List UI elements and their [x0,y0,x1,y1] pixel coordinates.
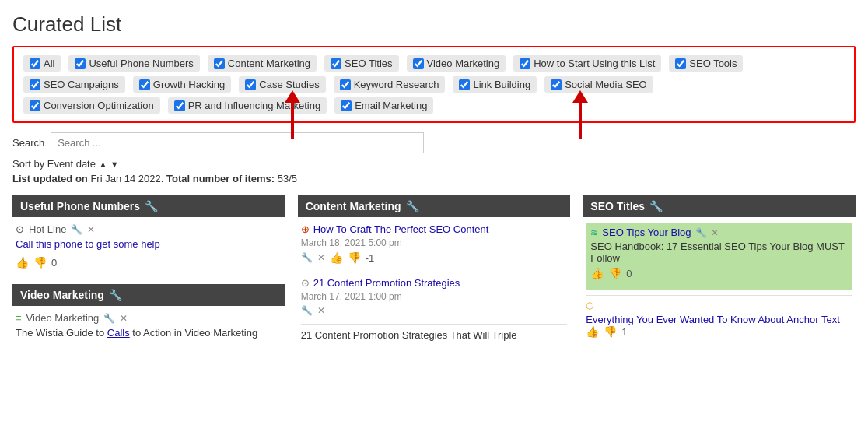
filter-all[interactable]: All [23,55,61,72]
seo-link-2[interactable]: Everything You Ever Wanted To Know About… [586,314,839,325]
content-item-1: ⊕ How To Craft The Perfect SEO Content M… [301,223,568,267]
filter-conversion-optimization-checkbox[interactable] [30,100,40,111]
content-delete-1[interactable]: ✕ [317,252,325,263]
arrow-left [285,90,300,139]
arrow-line-right [579,103,582,139]
hotline-vote-count: 0 [51,257,57,269]
hotline-delete-icon[interactable]: ✕ [87,224,95,235]
content-actions-1: 🔧 ✕ 👍 👎 -1 [301,251,568,267]
filter-seo-titles[interactable]: SEO Titles [324,55,398,72]
video-marketing-body: ≡ Video Marketing 🔧 ✕ The Wistia Guide t… [12,312,285,339]
content-link-2[interactable]: 21 Content Promotion Strategies [313,277,460,289]
seo-link-1[interactable]: SEO Tips Your Blog [602,227,691,238]
filter-how-to-start[interactable]: How to Start Using this List [513,55,661,72]
hotline-edit-icon[interactable]: 🔧 [71,224,82,235]
seo-upvote-2[interactable]: 👍 [586,325,599,338]
filter-seo-campaigns-checkbox[interactable] [30,79,40,90]
filter-social-media-seo[interactable]: Social Media SEO [544,76,653,93]
list-updated-date: Fri Jan 14 2022. [90,173,163,184]
wrench-icon-3[interactable]: 🔧 [649,200,663,212]
seo-item-2-title-row: ⬡ [586,300,852,311]
search-label: Search [12,137,44,149]
filter-seo-tools-checkbox[interactable] [675,58,686,69]
useful-phone-numbers-header: Useful Phone Numbers 🔧 [12,195,285,217]
seo-upvote-1[interactable]: 👍 [590,267,604,279]
filter-pr-influencing-checkbox[interactable] [174,100,185,111]
filter-case-studies[interactable]: Case Studies [239,76,325,93]
content-globe-icon-2: ⊙ [301,277,310,289]
filter-seo-campaigns[interactable]: SEO Campaigns [23,76,125,93]
hotline-downvote-btn[interactable]: 👎 [33,256,47,269]
seo-delete-1[interactable]: ✕ [711,227,719,238]
content-delete-2[interactable]: ✕ [317,305,325,316]
filter-growth-hacking-checkbox[interactable] [139,79,150,90]
video-delete-icon[interactable]: ✕ [120,313,128,324]
arrow-head-left [285,90,300,103]
filter-link-building[interactable]: Link Building [453,76,537,93]
content-upvote-1[interactable]: 👍 [330,251,343,264]
sort-row: Sort by Event date ▲ ▼ [12,158,856,170]
filter-link-building-checkbox[interactable] [459,79,470,90]
content-item-2-title-row: ⊙ 21 Content Promotion Strategies [301,277,568,289]
content-downvote-1[interactable]: 👎 [348,251,361,264]
filter-useful-phone-numbers[interactable]: Useful Phone Numbers [68,55,199,72]
content-date-1: March 18, 2021 5:00 pm [301,237,568,248]
seo-divider-1 [586,295,852,296]
seo-titles-body: ≋ SEO Tips Your Blog 🔧 ✕ SEO Handbook: 1… [583,223,856,341]
wrench-icon-video[interactable]: 🔧 [109,289,122,301]
filter-all-checkbox[interactable] [30,58,40,69]
filter-pr-influencing[interactable]: PR and Influencing Marketing [168,97,327,114]
video-category-icon: ≡ [16,312,22,324]
video-calls-link[interactable]: Calls [107,327,130,339]
filter-content-marketing[interactable]: Content Marketing [208,55,317,72]
content-vote-count-1: -1 [366,252,375,264]
divider-2 [301,324,568,325]
hotline-row: ⊙ Hot Line 🔧 ✕ [16,223,282,235]
content-item-2: ⊙ 21 Content Promotion Strategies March … [301,277,568,319]
column-2: Content Marketing 🔧 ⊕ How To Craft The P… [298,195,571,353]
filter-seo-titles-checkbox[interactable] [331,58,341,69]
seo-vote-count-1: 0 [626,268,632,279]
wrench-icon-1[interactable]: 🔧 [145,200,158,212]
seo-downvote-1[interactable]: 👎 [608,267,621,279]
filter-row-2: SEO Campaigns Growth Hacking Case Studie… [23,76,845,93]
filter-conversion-optimization[interactable]: Conversion Optimization [23,97,160,114]
arrow-right [572,90,588,139]
search-input[interactable] [51,132,424,153]
useful-phone-numbers-body: ⊙ Hot Line 🔧 ✕ Call this phone to get so… [12,223,285,272]
filter-keyword-research[interactable]: Keyword Research [334,76,446,93]
content-edit-2[interactable]: 🔧 [301,305,313,316]
video-marketing-item-row: ≡ Video Marketing 🔧 ✕ [16,312,282,324]
arrow-line-left [291,103,294,139]
seo-edit-1[interactable]: 🔧 [695,227,707,238]
filter-useful-phone-numbers-checkbox[interactable] [75,58,86,69]
filter-box: All Useful Phone Numbers Content Marketi… [12,46,856,123]
filter-growth-hacking[interactable]: Growth Hacking [133,76,231,93]
content-link-1[interactable]: How To Craft The Perfect SEO Content [313,223,489,235]
wrench-icon-2[interactable]: 🔧 [406,200,419,212]
filter-case-studies-checkbox[interactable] [245,79,256,90]
video-edit-icon[interactable]: 🔧 [103,313,115,324]
hotline-globe-icon: ⊙ [16,223,24,235]
content-edit-1[interactable]: 🔧 [301,252,313,263]
filter-email-marketing[interactable]: Email Marketing [334,97,433,114]
hotline-label: Hot Line [29,223,66,235]
seo-downvote-2[interactable]: 👎 [604,325,617,338]
seo-chart-icon: ≋ [590,227,598,238]
filter-email-marketing-checkbox[interactable] [341,100,352,111]
content-marketing-section: Content Marketing 🔧 ⊕ How To Craft The P… [298,195,571,341]
filter-social-media-seo-checkbox[interactable] [551,79,562,90]
filter-content-marketing-checkbox[interactable] [214,58,225,69]
filter-how-to-start-checkbox[interactable] [520,58,530,69]
sort-asc-icon[interactable]: ▲ [99,160,107,169]
hotline-upvote-btn[interactable]: 👍 [16,256,29,269]
filter-keyword-research-checkbox[interactable] [340,79,351,90]
filter-seo-tools[interactable]: SEO Tools [669,55,743,72]
filter-video-marketing[interactable]: Video Marketing [407,55,506,72]
seo-item-2: ⬡ Everything You Ever Wanted To Know Abo… [586,300,852,341]
list-info: List updated on Fri Jan 14 2022. Total n… [12,173,856,184]
filter-row-3: Conversion Optimization PR and Influenci… [23,97,845,114]
sort-desc-icon[interactable]: ▼ [110,160,119,169]
seo-category-icon-2: ⬡ [586,300,593,311]
filter-video-marketing-checkbox[interactable] [413,58,424,69]
